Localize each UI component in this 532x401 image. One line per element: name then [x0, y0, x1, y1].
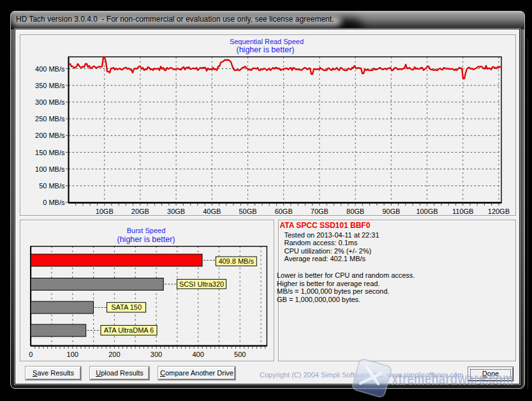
svg-text:SCSI Ultra320: SCSI Ultra320	[179, 280, 224, 288]
svg-text:200: 200	[108, 351, 120, 358]
svg-text:xtremehardware.com: xtremehardware.com	[392, 369, 514, 388]
svg-text:GB = 1,000,000,000 bytes.: GB = 1,000,000,000 bytes.	[277, 296, 360, 303]
svg-text:MB/s = 1,000,000 bytes per sec: MB/s = 1,000,000 bytes per second.	[277, 287, 389, 295]
svg-text:350 MB/s: 350 MB/s	[35, 82, 65, 89]
svg-text:ATA UltraDMA 6: ATA UltraDMA 6	[104, 326, 154, 334]
svg-text:Lower is better for CPU and ra: Lower is better for CPU and random acces…	[277, 271, 415, 279]
svg-text:100GB: 100GB	[416, 208, 438, 215]
svg-text:10GB: 10GB	[96, 208, 114, 215]
svg-text:Average read: 402.1 MB/s: Average read: 402.1 MB/s	[284, 255, 366, 262]
svg-text:80GB: 80GB	[346, 208, 364, 215]
svg-text:ATA SPCC SSD101 BBF0: ATA SPCC SSD101 BBF0	[280, 221, 371, 230]
svg-text:50 MB/s: 50 MB/s	[39, 182, 65, 190]
svg-text:100: 100	[67, 351, 78, 358]
svg-text:0: 0	[29, 351, 33, 358]
svg-text:70GB: 70GB	[311, 208, 329, 215]
svg-text:(higher is better): (higher is better)	[236, 45, 294, 54]
svg-text:SATA 150: SATA 150	[111, 303, 142, 311]
svg-text:300: 300	[151, 351, 162, 358]
svg-text:60GB: 60GB	[275, 208, 293, 215]
svg-text:Burst Speed: Burst Speed	[127, 227, 166, 234]
svg-text:150 MB/s: 150 MB/s	[35, 149, 65, 156]
svg-text:500: 500	[234, 351, 246, 358]
svg-text:90GB: 90GB	[382, 208, 400, 215]
svg-text:120GB: 120GB	[488, 208, 510, 215]
svg-text:400 MB/s: 400 MB/s	[35, 65, 65, 73]
svg-text:Sequential Read Speed: Sequential Read Speed	[230, 38, 304, 45]
svg-text:250 MB/s: 250 MB/s	[35, 115, 65, 123]
svg-text:CPU utilization: 2% (+/- 2%): CPU utilization: 2% (+/- 2%)	[284, 247, 372, 255]
svg-text:409.8 MB/s: 409.8 MB/s	[218, 257, 254, 265]
svg-text:0 MB/s: 0 MB/s	[43, 199, 65, 206]
svg-text:400: 400	[192, 351, 203, 358]
svg-text:200 MB/s: 200 MB/s	[35, 132, 65, 139]
svg-text:Tested on 2013-04-11 at 22:31: Tested on 2013-04-11 at 22:31	[284, 231, 380, 239]
svg-text:20GB: 20GB	[131, 208, 149, 215]
svg-text:300 MB/s: 300 MB/s	[35, 98, 65, 106]
svg-text:40GB: 40GB	[203, 208, 221, 215]
svg-text:50GB: 50GB	[239, 208, 256, 215]
svg-text:100 MB/s: 100 MB/s	[35, 165, 65, 173]
svg-text:Random access: 0.1ms: Random access: 0.1ms	[284, 239, 358, 246]
svg-text:30GB: 30GB	[167, 208, 185, 215]
svg-text:Higher is better for average r: Higher is better for average read.	[277, 280, 380, 287]
svg-text:110GB: 110GB	[452, 208, 473, 215]
svg-text:(higher is better): (higher is better)	[117, 235, 175, 244]
